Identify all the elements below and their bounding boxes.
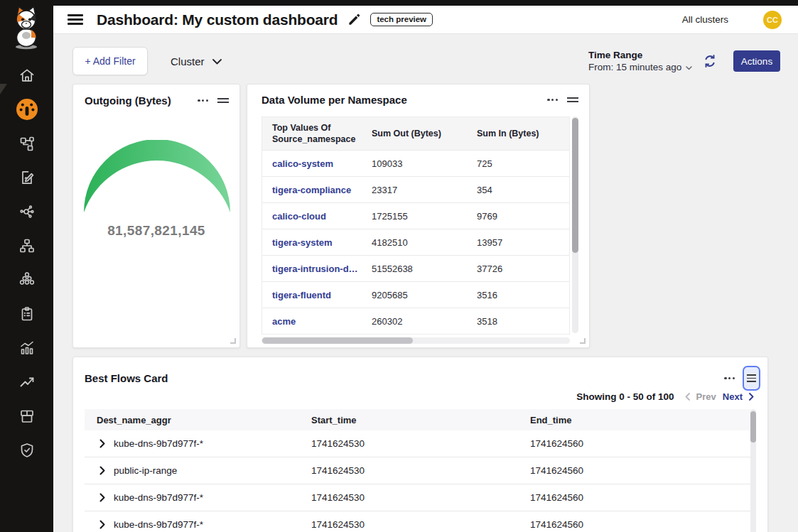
sidebar-item-workloads[interactable]: [0, 263, 53, 297]
start-time: 1741624530: [311, 519, 530, 530]
outgoing-bytes-card: Outgoing (Bytes) 81,587,821,145: [72, 84, 240, 348]
card-drag-handle-icon[interactable]: [217, 98, 229, 104]
sum-out-value: 23317: [362, 185, 467, 195]
namespace-link[interactable]: acme: [272, 316, 296, 327]
cluster-dropdown-label: Cluster: [171, 55, 205, 67]
table-header-row: Top Values Of Source_namespace Sum Out (…: [262, 117, 569, 150]
avatar[interactable]: CC: [763, 11, 782, 29]
sum-out-value: 4182510: [362, 237, 467, 248]
namespace-link[interactable]: tigera-fluentd: [272, 290, 331, 300]
sum-out-value: 1725155: [362, 211, 467, 222]
card-resize-handle[interactable]: [580, 338, 586, 344]
cluster-dropdown[interactable]: Cluster: [171, 47, 222, 75]
namespace-link[interactable]: tigera-intrusion-d…: [272, 264, 358, 274]
card-drag-handle-icon[interactable]: [567, 97, 578, 103]
sitemap-icon: [18, 237, 36, 254]
namespace-link[interactable]: tigera-compliance: [272, 185, 351, 195]
sum-in-value: 9769: [467, 211, 569, 222]
start-time: 1741624530: [311, 438, 530, 449]
chevron-right-icon[interactable]: [749, 393, 754, 401]
sidebar-item-network-topology[interactable]: [0, 126, 53, 161]
card-drag-handle-selected[interactable]: [743, 366, 760, 391]
refresh-button[interactable]: [701, 53, 719, 71]
sidebar: [0, 0, 53, 532]
namespace-link[interactable]: calico-cloud: [272, 211, 326, 222]
time-range-value-dropdown[interactable]: From: 15 minutes ago: [588, 62, 692, 72]
dashboard-gauge-icon: [15, 97, 39, 121]
sidebar-item-policies[interactable]: [0, 161, 53, 195]
card-menu-dots-icon[interactable]: [724, 377, 735, 379]
sidebar-item-compliance[interactable]: [0, 297, 53, 331]
table-row: tigera-fluentd 9205685 3516: [262, 281, 569, 308]
expand-row-chevron-icon[interactable]: [99, 439, 105, 448]
namespace-link[interactable]: calico-system: [272, 158, 333, 169]
compliance-clipboard-icon: [18, 305, 36, 322]
card-resize-handle[interactable]: [230, 338, 236, 344]
table-header-row: Dest_name_aggr Start_time End_time: [85, 409, 750, 430]
best-flows-card: Best Flows Card Showing 0 - 50 of 100 Pr…: [72, 357, 768, 532]
table-row: tigera-system 4182510 13957: [262, 229, 569, 255]
prev-button[interactable]: Prev: [696, 391, 716, 402]
start-time: 1741624530: [311, 465, 530, 476]
showing-range: Showing 0 - 50 of 100: [576, 391, 674, 402]
all-clusters-selector[interactable]: All clusters: [682, 14, 728, 25]
vertical-scrollbar[interactable]: [572, 116, 578, 333]
sidebar-item-trends[interactable]: [0, 365, 53, 399]
column-header: Sum In (Bytes): [467, 128, 569, 139]
sidebar-item-storage[interactable]: [0, 399, 53, 433]
gauge-value: 81,587,821,145: [73, 223, 239, 239]
card-menu-dots-icon[interactable]: [198, 99, 208, 102]
card-menu-dots-icon[interactable]: [547, 99, 558, 101]
dest-name: public-ip-range: [114, 465, 177, 476]
table-row: calico-cloud 1725155 9769: [262, 202, 569, 229]
expand-row-chevron-icon[interactable]: [99, 520, 105, 529]
refresh-icon: [703, 54, 717, 70]
page-title: Dashboard: My custom dashboard: [97, 11, 338, 28]
table-row: acme 260302 3518: [262, 308, 569, 334]
table-row: kube-dns-9b7d977f-* 1741624530 174162456…: [85, 430, 750, 457]
sidebar-item-service-graph[interactable]: [0, 195, 53, 229]
edit-pencil-icon[interactable]: [347, 13, 361, 26]
sidebar-item-dashboards[interactable]: [0, 92, 53, 126]
table-row: tigera-compliance 23317 354: [262, 176, 569, 202]
namespace-link[interactable]: tigera-system: [272, 237, 333, 248]
table-row: kube-dns-9b7d977f-* 1741624530 174162456…: [85, 484, 750, 511]
table-row: tigera-intrusion-d… 51552638 37726: [262, 255, 569, 281]
sum-in-value: 37726: [467, 264, 569, 274]
network-topology-icon: [18, 135, 36, 152]
dest-name: kube-dns-9b7d977f-*: [114, 492, 203, 503]
trend-arrow-icon: [18, 374, 36, 391]
sidebar-item-home[interactable]: [0, 58, 53, 92]
service-graph-icon: [18, 203, 36, 220]
end-time: 1741624560: [530, 465, 750, 476]
sum-out-value: 51552638: [362, 264, 467, 274]
pagination: Showing 0 - 50 of 100 Prev Next: [576, 391, 754, 402]
menu-hamburger-icon[interactable]: [68, 14, 83, 25]
page: Dashboard: My custom dashboard tech prev…: [0, 0, 798, 532]
sum-in-value: 354: [467, 185, 569, 195]
sidebar-item-statistics[interactable]: [0, 331, 53, 365]
top-header: Dashboard: My custom dashboard tech prev…: [53, 0, 798, 34]
sum-out-value: 109033: [362, 158, 467, 169]
vertical-scrollbar[interactable]: [750, 409, 756, 532]
gauge-arc: [73, 140, 241, 222]
calico-cat-logo: [10, 4, 43, 51]
horizontal-scrollbar[interactable]: [261, 337, 570, 344]
column-header: Sum Out (Bytes): [362, 128, 467, 139]
chevron-left-icon[interactable]: [685, 393, 690, 401]
dest-name: kube-dns-9b7d977f-*: [114, 438, 203, 449]
sum-in-value: 3516: [467, 290, 569, 300]
expand-row-chevron-icon[interactable]: [99, 466, 105, 475]
table-row: calico-system 109033 725: [262, 150, 569, 176]
column-header: Dest_name_aggr: [85, 415, 311, 425]
statistics-chart-icon: [18, 340, 36, 357]
expand-row-chevron-icon[interactable]: [99, 493, 105, 502]
table-row: kube-dns-9b7d977f-* 1741624530 174162456…: [85, 511, 750, 532]
add-filter-button[interactable]: + Add Filter: [72, 47, 148, 75]
card-title: Best Flows Card: [85, 372, 724, 384]
actions-button[interactable]: Actions: [733, 50, 780, 72]
sidebar-item-security[interactable]: [0, 433, 53, 467]
next-button[interactable]: Next: [723, 391, 743, 402]
storage-box-icon: [18, 408, 36, 425]
sidebar-item-sitemap[interactable]: [0, 229, 53, 263]
